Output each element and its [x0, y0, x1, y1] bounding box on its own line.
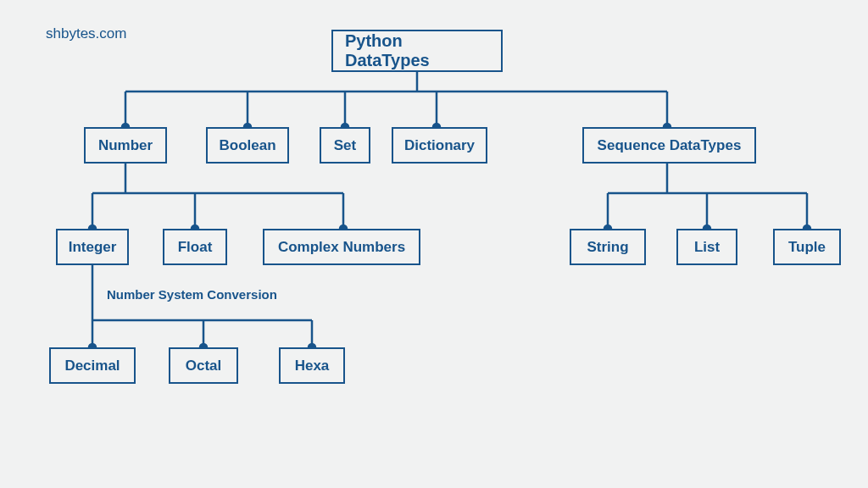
node-dictionary: Dictionary: [392, 127, 487, 164]
node-integer: Integer: [56, 229, 129, 265]
node-boolean: Boolean: [206, 127, 289, 164]
node-string: String: [570, 229, 646, 265]
node-list: List: [676, 229, 737, 265]
node-number: Number: [84, 127, 167, 164]
node-set: Set: [320, 127, 370, 164]
note-number-system-conversion: Number System Conversion: [107, 287, 277, 302]
node-hexa: Hexa: [279, 347, 345, 384]
connector-lines: [0, 0, 868, 488]
node-sequence-datatypes: Sequence DataTypes: [582, 127, 756, 164]
node-complex-numbers: Complex Numbers: [263, 229, 420, 265]
node-root-python-datatypes: Python DataTypes: [331, 30, 503, 72]
node-octal: Octal: [169, 347, 238, 384]
node-tuple: Tuple: [773, 229, 841, 265]
node-decimal: Decimal: [49, 347, 136, 384]
node-float: Float: [163, 229, 227, 265]
